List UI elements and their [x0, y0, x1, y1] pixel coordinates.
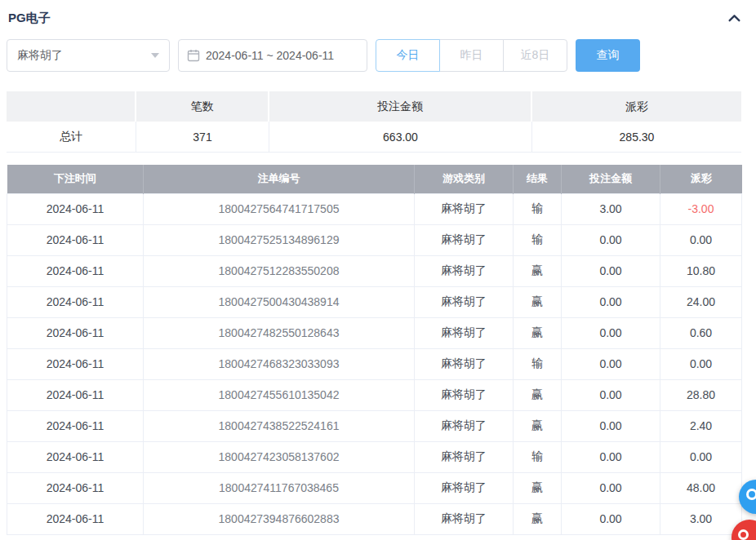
result-cell: 赢 — [514, 472, 562, 503]
bet-records-table: 下注时间 注单编号 游戏类别 结果 投注金额 派彩 2024-06-111800… — [7, 165, 742, 535]
result-cell: 赢 — [514, 317, 562, 348]
header-bet-amount: 投注金额 — [562, 165, 660, 193]
order-number-cell: 1800427500430438914 — [144, 286, 415, 317]
order-number-cell: 1800427394876602883 — [144, 503, 415, 534]
result-cell: 赢 — [514, 379, 562, 410]
date-range-value: 2024-06-11 ~ 2024-06-11 — [206, 49, 334, 62]
payout-cell: 0.00 — [660, 224, 742, 255]
bet-time-cell: 2024-06-11 — [7, 410, 144, 441]
filter-row: 麻将胡了 2024-06-11 ~ 2024-06-11 今日 昨日 近8日 查… — [7, 39, 741, 72]
customer-service-icon — [746, 489, 756, 500]
summary-total-count: 371 — [136, 122, 269, 153]
search-button[interactable]: 查询 — [576, 39, 640, 72]
bet-time-cell: 2024-06-11 — [7, 379, 144, 410]
game-type-cell: 麻将胡了 — [415, 379, 514, 410]
order-number-cell: 1800427512283550208 — [144, 255, 415, 286]
table-row: 2024-06-111800427423058137602麻将胡了输0.000.… — [7, 441, 742, 472]
table-row: 2024-06-111800427525134896129麻将胡了输0.000.… — [7, 224, 742, 255]
payout-cell: 10.80 — [660, 255, 742, 286]
table-row: 2024-06-111800427438522524161麻将胡了赢0.002.… — [7, 410, 742, 441]
calendar-icon — [187, 49, 200, 62]
result-cell: 赢 — [514, 255, 562, 286]
pg-games-panel: PG电子 麻将胡了 2024-06-11 ~ 2024-06-11 今日 昨日 … — [0, 8, 756, 535]
table-row: 2024-06-111800427564741717505麻将胡了输3.00-3… — [7, 193, 742, 224]
payout-cell: 3.00 — [660, 503, 742, 534]
bet-table-header-row: 下注时间 注单编号 游戏类别 结果 投注金额 派彩 — [7, 165, 742, 193]
game-select[interactable]: 麻将胡了 — [7, 39, 170, 72]
order-number-cell: 1800427468323033093 — [144, 348, 415, 379]
game-type-cell: 麻将胡了 — [415, 503, 514, 534]
table-row: 2024-06-111800427500430438914麻将胡了赢0.0024… — [7, 286, 742, 317]
yesterday-button[interactable]: 昨日 — [439, 39, 504, 72]
summary-header-empty — [7, 91, 136, 122]
summary-table: 笔数 投注金额 派彩 总计 371 663.00 285.30 — [7, 91, 741, 153]
summary-header-count: 笔数 — [136, 91, 269, 122]
payout-cell: 24.00 — [660, 286, 742, 317]
bet-amount-cell: 0.00 — [562, 472, 660, 503]
bet-time-cell: 2024-06-11 — [7, 503, 144, 534]
bet-amount-cell: 0.00 — [562, 224, 660, 255]
bet-time-cell: 2024-06-11 — [7, 441, 144, 472]
game-type-cell: 麻将胡了 — [415, 410, 514, 441]
header-result: 结果 — [514, 165, 562, 193]
payout-cell: 28.80 — [660, 379, 742, 410]
table-row: 2024-06-111800427512283550208麻将胡了赢0.0010… — [7, 255, 742, 286]
bet-time-cell: 2024-06-11 — [7, 286, 144, 317]
table-row: 2024-06-111800427394876602883麻将胡了赢0.003.… — [7, 503, 742, 534]
table-row: 2024-06-111800427468323033093麻将胡了输0.000.… — [7, 348, 742, 379]
game-type-cell: 麻将胡了 — [415, 286, 514, 317]
header-bet-time: 下注时间 — [7, 165, 144, 193]
result-cell: 输 — [514, 441, 562, 472]
bet-amount-cell: 0.00 — [562, 503, 660, 534]
summary-header-bet-amount: 投注金额 — [269, 91, 532, 122]
bet-amount-cell: 0.00 — [562, 410, 660, 441]
header-order-number: 注单编号 — [144, 165, 415, 193]
bet-amount-cell: 0.00 — [562, 255, 660, 286]
bet-time-cell: 2024-06-11 — [7, 224, 144, 255]
summary-total-bet-amount: 663.00 — [269, 122, 532, 153]
collapse-button[interactable] — [727, 11, 741, 25]
chevron-down-icon — [151, 53, 159, 58]
bet-time-cell: 2024-06-11 — [7, 348, 144, 379]
game-type-cell: 麻将胡了 — [415, 255, 514, 286]
summary-total-payout: 285.30 — [532, 122, 741, 153]
result-cell: 赢 — [514, 286, 562, 317]
bet-time-cell: 2024-06-11 — [7, 317, 144, 348]
result-cell: 输 — [514, 193, 562, 224]
order-number-cell: 1800427482550128643 — [144, 317, 415, 348]
summary-total-label: 总计 — [7, 122, 136, 153]
bet-amount-cell: 0.00 — [562, 286, 660, 317]
order-number-cell: 1800427455610135042 — [144, 379, 415, 410]
payout-cell: -3.00 — [660, 193, 742, 224]
summary-header-payout: 派彩 — [532, 91, 741, 122]
promotion-icon — [738, 529, 749, 540]
summary-total-row: 总计 371 663.00 285.30 — [7, 122, 741, 153]
chevron-up-icon — [727, 11, 741, 25]
order-number-cell: 1800427423058137602 — [144, 441, 415, 472]
result-cell: 输 — [514, 224, 562, 255]
bet-time-cell: 2024-06-11 — [7, 472, 144, 503]
date-range-picker[interactable]: 2024-06-11 ~ 2024-06-11 — [178, 39, 367, 72]
payout-cell: 0.60 — [660, 317, 742, 348]
header-payout: 派彩 — [660, 165, 742, 193]
today-button[interactable]: 今日 — [376, 39, 440, 72]
bet-amount-cell: 3.00 — [562, 193, 660, 224]
bet-amount-cell: 0.00 — [562, 317, 660, 348]
quick-range-group: 今日 昨日 近8日 — [376, 39, 567, 72]
game-type-cell: 麻将胡了 — [415, 441, 514, 472]
bet-amount-cell: 0.00 — [562, 348, 660, 379]
bet-time-cell: 2024-06-11 — [7, 193, 144, 224]
game-type-cell: 麻将胡了 — [415, 472, 514, 503]
panel-header: PG电子 — [8, 8, 741, 28]
order-number-cell: 1800427525134896129 — [144, 224, 415, 255]
table-row: 2024-06-111800427411767038465麻将胡了赢0.0048… — [7, 472, 742, 503]
header-game-type: 游戏类别 — [415, 165, 514, 193]
order-number-cell: 1800427438522524161 — [144, 410, 415, 441]
last-8-days-button[interactable]: 近8日 — [503, 39, 567, 72]
game-select-value: 麻将胡了 — [17, 48, 63, 63]
game-type-cell: 麻将胡了 — [415, 317, 514, 348]
game-type-cell: 麻将胡了 — [415, 348, 514, 379]
payout-cell: 0.00 — [660, 348, 742, 379]
game-type-cell: 麻将胡了 — [415, 193, 514, 224]
order-number-cell: 1800427411767038465 — [144, 472, 415, 503]
